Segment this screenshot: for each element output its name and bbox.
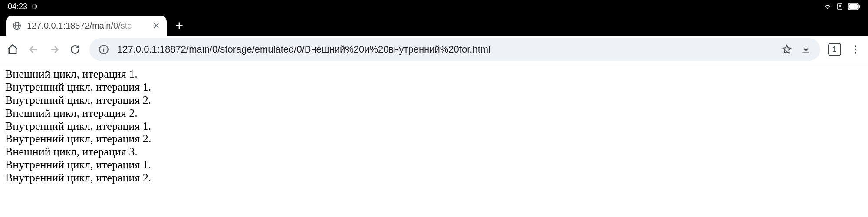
svg-rect-1 <box>838 3 842 10</box>
page-content: Внешний цикл, итерация 1. Внутренний цик… <box>0 63 868 189</box>
status-right <box>824 3 860 10</box>
vibrate-icon <box>31 3 38 10</box>
content-line: Внешний цикл, итерация 2. <box>5 107 863 120</box>
forward-button[interactable] <box>48 43 61 56</box>
menu-button[interactable] <box>849 43 862 56</box>
back-button[interactable] <box>27 43 40 56</box>
globe-icon <box>12 21 22 30</box>
content-line: Внешний цикл, итерация 1. <box>5 68 863 81</box>
android-status-bar: 04:23 <box>0 0 868 13</box>
content-line: Внутренний цикл, итерация 1. <box>5 81 863 94</box>
new-tab-button[interactable] <box>170 16 188 36</box>
wifi-icon <box>824 3 832 10</box>
tab-close-button[interactable] <box>152 21 161 30</box>
content-line: Внутренний цикл, итерация 1. <box>5 158 863 171</box>
content-line: Внутренний цикл, итерация 1. <box>5 120 863 133</box>
browser-tab-strip: 127.0.0.1:18872/main/0/stc <box>0 13 868 36</box>
tab-count-button[interactable]: 1 <box>828 43 841 56</box>
address-bar[interactable]: 127.0.0.1:18872/main/0/storage/emulated/… <box>89 38 820 61</box>
svg-rect-3 <box>849 4 858 9</box>
content-line: Внутренний цикл, итерация 2. <box>5 132 863 145</box>
reload-button[interactable] <box>69 43 82 56</box>
content-line: Внутренний цикл, итерация 2. <box>5 171 863 184</box>
content-line: Внешний цикл, итерация 3. <box>5 145 863 158</box>
svg-point-10 <box>855 52 856 53</box>
site-info-icon[interactable] <box>98 44 109 55</box>
svg-point-9 <box>855 48 856 50</box>
tab-title: 127.0.0.1:18872/main/0/stc <box>27 21 147 31</box>
tab-count-value: 1 <box>833 46 837 53</box>
svg-rect-4 <box>859 5 860 8</box>
status-left: 04:23 <box>8 2 38 11</box>
status-time: 04:23 <box>8 2 27 11</box>
bookmark-button[interactable] <box>781 44 792 55</box>
battery-icon <box>848 3 860 10</box>
browser-tab[interactable]: 127.0.0.1:18872/main/0/stc <box>6 16 167 36</box>
svg-rect-0 <box>33 4 36 9</box>
content-line: Внутренний цикл, итерация 2. <box>5 94 863 107</box>
browser-toolbar: 127.0.0.1:18872/main/0/storage/emulated/… <box>0 36 868 63</box>
url-text: 127.0.0.1:18872/main/0/storage/emulated/… <box>117 44 773 55</box>
svg-point-8 <box>855 45 856 47</box>
home-button[interactable] <box>6 43 19 56</box>
download-button[interactable] <box>800 44 812 55</box>
no-sim-icon <box>836 3 844 10</box>
